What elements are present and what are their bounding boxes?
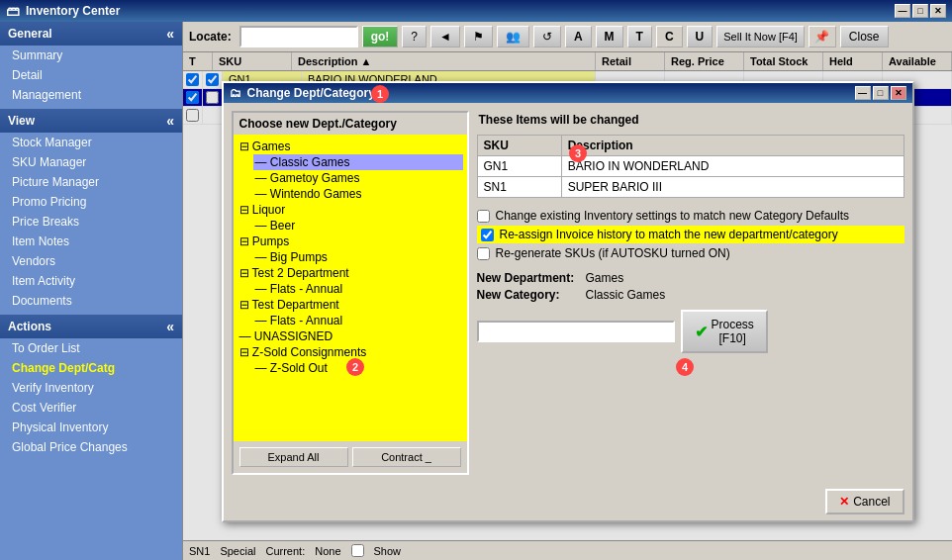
cancel-button[interactable]: ✕ Cancel — [825, 489, 904, 514]
option-change-settings-label: Change existing Inventory settings to ma… — [496, 209, 850, 223]
new-dept-label: New Department: — [477, 271, 586, 285]
tree-unassigned[interactable]: — UNASSIGNED — [238, 328, 463, 344]
tree-classic-games[interactable]: — Classic Games — [253, 154, 463, 170]
right-panel: These Items will be changed SKU Descript… — [477, 111, 904, 475]
dialog-close[interactable]: ✕ — [891, 86, 906, 100]
sidebar-item-picture-manager[interactable]: Picture Manager — [0, 172, 182, 192]
col-stock[interactable]: Total Stock — [744, 52, 823, 70]
tree-big-pumps[interactable]: — Big Pumps — [253, 249, 463, 265]
m-button[interactable]: M — [596, 26, 623, 47]
items-changed-label: These Items will be changed — [477, 111, 904, 129]
sidebar-item-verify-inventory[interactable]: Verify Inventory — [0, 378, 182, 398]
process-button[interactable]: ✔ Process[F10] — [681, 310, 768, 353]
people-button[interactable]: 👥 — [497, 26, 529, 47]
process-section: ✔ Process[F10] — [477, 310, 904, 353]
sidebar-item-management[interactable]: Management — [0, 85, 182, 105]
option-regenerate-label: Re-generate SKUs (if AUTOSKU turned ON) — [496, 246, 730, 260]
close-window-button[interactable]: ✕ — [930, 4, 946, 18]
pin-button[interactable]: 📌 — [809, 26, 836, 47]
close-button[interactable]: Close — [840, 26, 889, 47]
sell-it-button[interactable]: Sell It Now [F4] — [716, 26, 805, 47]
col-retail[interactable]: Retail — [596, 52, 665, 70]
checkbox-change-settings[interactable] — [477, 210, 490, 223]
content-area: Locate: go! ? ◄ ⚑ 👥 ↺ A M T C U Sell It … — [183, 22, 952, 560]
col-desc[interactable]: Description ▲ — [292, 52, 596, 70]
show-checkbox[interactable] — [351, 544, 364, 557]
tree-games[interactable]: ⊟ Games — [238, 139, 463, 154]
items-row-0: GN1 BARIO IN WONDERLAND — [477, 156, 904, 177]
tree-test2-dept[interactable]: ⊟ Test 2 Department — [238, 265, 463, 281]
sidebar-item-vendors[interactable]: Vendors — [0, 251, 182, 271]
sidebar-item-price-breaks[interactable]: Price Breaks — [0, 212, 182, 232]
sidebar-item-global-price-changes[interactable]: Global Price Changes — [0, 437, 182, 457]
checkbox-reassign-invoice[interactable] — [481, 229, 494, 241]
sidebar-item-change-dept[interactable]: Change Dept/Catg — [0, 358, 182, 378]
col-sku[interactable]: SKU — [213, 52, 292, 70]
tree-test-dept[interactable]: ⊟ Test Department — [238, 297, 463, 313]
t-button[interactable]: T — [627, 26, 652, 47]
sidebar-item-promo-pricing[interactable]: Promo Pricing — [0, 192, 182, 212]
new-dept-section: New Department: Games New Category: Clas… — [477, 271, 904, 302]
dialog-minimize[interactable]: — — [855, 86, 871, 100]
check-icon: ✔ — [695, 323, 708, 341]
callout-3: 3 — [569, 144, 587, 162]
tree-liquor[interactable]: ⊟ Liquor — [238, 202, 463, 218]
choose-label: Choose new Dept./Category — [234, 113, 467, 135]
sidebar-view-header[interactable]: View « — [0, 109, 182, 133]
sidebar-item-summary[interactable]: Summary — [0, 46, 182, 65]
window-controls: — □ ✕ — [895, 4, 946, 18]
a-button[interactable]: A — [565, 26, 592, 47]
checkbox-regenerate-skus[interactable] — [477, 247, 490, 260]
dialog-body: Choose new Dept./Category ⊟ Games — Clas… — [224, 103, 912, 483]
sidebar-actions-header[interactable]: Actions « — [0, 315, 182, 338]
col-held[interactable]: Held — [823, 52, 883, 70]
flag-button[interactable]: ⚑ — [464, 26, 493, 47]
items-sku-0: GN1 — [477, 156, 561, 177]
c-button[interactable]: C — [656, 26, 683, 47]
expand-all-button[interactable]: Expand All — [239, 447, 348, 467]
sidebar-general-header[interactable]: General « — [0, 22, 182, 46]
callout-1: 1 — [371, 85, 389, 103]
tree-flats-annual-2[interactable]: — Flats - Annual — [253, 313, 463, 328]
dialog-title-bar: 🗂 Change Dept/Category — □ ✕ — [224, 83, 912, 103]
contract-button[interactable]: Contract _ — [352, 447, 461, 467]
go-button[interactable]: go! — [362, 26, 399, 47]
sidebar-item-physical-inventory[interactable]: Physical Inventory — [0, 418, 182, 437]
sidebar-item-item-activity[interactable]: Item Activity — [0, 271, 182, 291]
minimize-button[interactable]: — — [895, 4, 910, 18]
tree-flats-annual-1[interactable]: — Flats - Annual — [253, 281, 463, 297]
back-button[interactable]: ◄ — [430, 26, 460, 47]
tree-pumps[interactable]: ⊟ Pumps — [238, 233, 463, 249]
sidebar-item-cost-verifier[interactable]: Cost Verifier — [0, 398, 182, 418]
items-desc-0: BARIO IN WONDERLAND — [561, 156, 904, 177]
general-collapse-icon: « — [166, 26, 174, 42]
tree-z-sold[interactable]: ⊟ Z-Sold Consignments — [238, 344, 463, 360]
items-table: SKU Description GN1 BARIO IN WONDERLAND — [477, 135, 904, 198]
col-avail[interactable]: Available — [883, 52, 952, 70]
maximize-button[interactable]: □ — [912, 4, 928, 18]
category-tree[interactable]: ⊟ Games — Classic Games — Gametoy Games … — [234, 135, 467, 441]
toolbar: Locate: go! ? ◄ ⚑ 👥 ↺ A M T C U Sell It … — [183, 22, 952, 52]
sidebar-item-detail[interactable]: Detail — [0, 65, 182, 85]
sidebar-item-to-order-list[interactable]: To Order List — [0, 338, 182, 358]
process-input[interactable] — [477, 321, 675, 342]
callout-4: 4 — [676, 358, 694, 376]
cancel-row: ✕ Cancel — [224, 483, 912, 520]
sidebar-item-documents[interactable]: Documents — [0, 291, 182, 311]
actions-collapse-icon: « — [166, 319, 174, 334]
option-regenerate-skus: Re-generate SKUs (if AUTOSKU turned ON) — [477, 243, 904, 263]
u-button[interactable]: U — [687, 26, 714, 47]
tree-wintendo-games[interactable]: — Wintendo Games — [253, 186, 463, 202]
dialog-maximize[interactable]: □ — [873, 86, 889, 100]
sidebar-item-sku-manager[interactable]: SKU Manager — [0, 152, 182, 172]
help-button[interactable]: ? — [402, 26, 427, 47]
status-none: None — [315, 545, 340, 557]
sidebar-item-item-notes[interactable]: Item Notes — [0, 232, 182, 251]
refresh-button[interactable]: ↺ — [533, 26, 561, 47]
locate-input[interactable] — [239, 26, 358, 47]
tree-gametoy-games[interactable]: — Gametoy Games — [253, 170, 463, 186]
tree-beer[interactable]: — Beer — [253, 218, 463, 233]
sidebar-item-stock-manager[interactable]: Stock Manager — [0, 133, 182, 152]
col-reg[interactable]: Reg. Price — [665, 52, 744, 70]
status-special: Special — [220, 545, 255, 557]
